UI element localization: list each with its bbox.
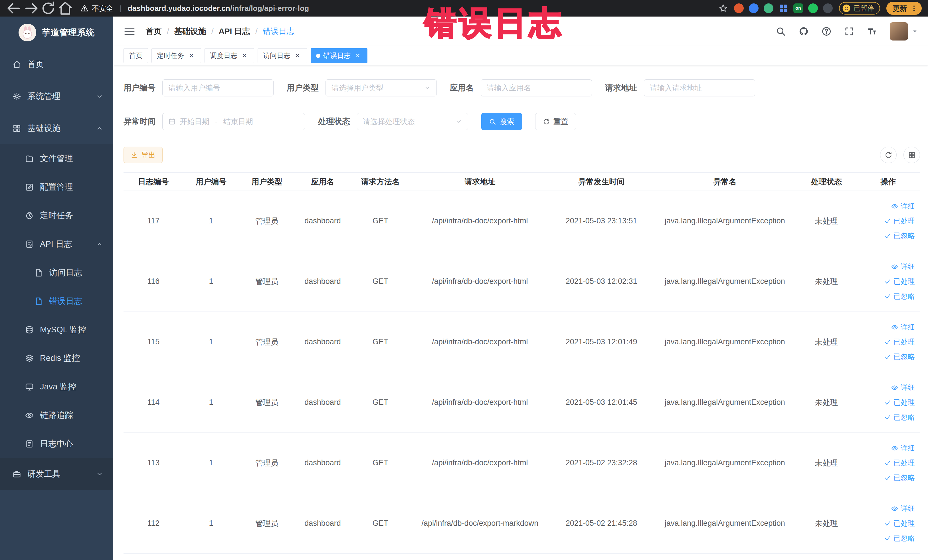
sidebar-item[interactable]: 访问日志 [0,258,113,287]
action-label: 详细 [901,504,915,513]
cell-user_id: 1 [183,251,239,312]
processed-link[interactable]: 已处理 [856,516,915,531]
app-name-label: 应用名 [450,82,474,93]
leaf-extension-icon[interactable] [808,3,818,13]
grid-extension-icon[interactable] [778,3,788,13]
tab-item[interactable]: 定时任务× [151,48,201,63]
sidebar-item-label: 定时任务 [40,210,73,221]
url-path: /infra/log/api-error-log [230,4,309,12]
tab-item[interactable]: 错误日志× [311,48,368,63]
cell-exception: java.lang.IllegalArgumentException [653,493,797,554]
detail-link[interactable]: 详细 [856,501,915,516]
reset-button[interactable]: 重置 [535,113,576,130]
cell-id: 112 [124,493,183,554]
close-icon[interactable]: × [353,51,362,60]
processed-link[interactable]: 已处理 [856,456,915,470]
request-url-input[interactable] [644,79,755,96]
document-icon [34,269,43,277]
vue-extension-icon[interactable] [764,3,773,13]
tab-item[interactable]: 访问日志× [258,48,307,63]
reload-icon[interactable] [41,2,56,15]
sidebar-item[interactable]: 文件管理 [0,144,113,173]
sidebar-item[interactable]: 基础设施 [0,112,113,144]
ignored-link[interactable]: 已忽略 [856,470,915,485]
sidebar-item[interactable]: Java 监控 [0,372,113,401]
address-url[interactable]: dashboard.yudao.iocoder.cn/infra/log/api… [128,4,309,13]
shield-extension-icon[interactable] [734,3,744,13]
question-icon[interactable] [821,26,832,37]
tab-item[interactable]: 调度日志× [205,48,254,63]
bookmark-star-icon[interactable] [719,4,728,13]
font-size-icon[interactable] [867,26,877,37]
search-button[interactable]: 搜索 [481,113,522,130]
security-indicator[interactable]: 不安全 [81,4,113,13]
sidebar-item[interactable]: 错误日志 [0,287,113,316]
close-icon[interactable]: × [240,51,249,60]
ignored-link[interactable]: 已忽略 [856,410,915,425]
sidebar-item[interactable]: 日志中心 [0,430,113,458]
app-logo[interactable]: 芋道管理系统 [0,17,113,49]
hamburger-icon[interactable] [124,25,136,37]
page-content: 用户编号 用户类型 请选择用户类型 应用名 请求地址 [113,65,928,560]
user-menu[interactable] [890,22,918,41]
close-icon[interactable]: × [187,51,196,60]
user-type-select[interactable]: 请选择用户类型 [325,79,437,96]
detail-link[interactable]: 详细 [856,441,915,456]
action-label: 已忽略 [893,473,915,482]
github-icon[interactable] [798,26,809,37]
sidebar-item[interactable]: 研发工具 [0,458,113,490]
cell-id: 114 [124,372,183,433]
user-id-input[interactable] [162,79,273,96]
app-name-input[interactable] [481,79,592,96]
sidebar-item[interactable]: 首页 [0,49,113,81]
forward-icon[interactable] [23,2,39,15]
tab-item[interactable]: 首页 [124,48,148,63]
drop-extension-icon[interactable] [749,3,759,13]
date-range-picker[interactable]: 开始日期 - 结束日期 [162,113,305,130]
sidebar-item[interactable]: API 日志 [0,230,113,258]
paused-badge[interactable]: 已暂停 [839,2,880,15]
sidebar-item[interactable]: 系统管理 [0,81,113,112]
on-extension-icon[interactable]: on [793,3,803,13]
avatar[interactable] [890,22,908,41]
sidebar-item-label: 访问日志 [49,267,82,278]
sidebar-item[interactable]: Redis 监控 [0,344,113,372]
detail-link[interactable]: 详细 [856,199,915,214]
cell-method: GET [351,251,410,312]
cell-status: 未处理 [797,251,856,312]
sidebar-item[interactable]: 定时任务 [0,201,113,230]
ignored-link[interactable]: 已忽略 [856,349,915,364]
cell-user_type: 管理员 [239,312,295,372]
cell-status: 未处理 [797,493,856,554]
browser-home-icon[interactable] [58,2,73,15]
ignored-link[interactable]: 已忽略 [856,229,915,243]
refresh-table-button[interactable] [880,146,897,163]
kebab-menu-icon[interactable] [910,5,918,12]
breadcrumb-item[interactable]: 首页 [146,26,162,37]
ignored-link[interactable]: 已忽略 [856,531,915,546]
detail-link[interactable]: 详细 [856,259,915,274]
search-icon[interactable] [776,26,786,37]
processed-link[interactable]: 已处理 [856,395,915,410]
browser-right-cluster: on 已暂停 更新 [719,2,922,15]
ignored-link[interactable]: 已忽略 [856,289,915,304]
fullscreen-icon[interactable] [844,26,855,37]
column-settings-button[interactable] [904,146,920,163]
sidebar-item[interactable]: MySQL 监控 [0,316,113,344]
chevron-up-icon [96,125,103,132]
update-button[interactable]: 更新 [886,2,922,15]
detail-link[interactable]: 详细 [856,320,915,335]
sidebar-item[interactable]: 配置管理 [0,173,113,201]
processed-link[interactable]: 已处理 [856,335,915,349]
export-button[interactable]: 导出 [124,146,163,163]
breadcrumb-item[interactable]: API 日志 [219,26,250,37]
paw-extension-icon[interactable] [823,3,833,13]
process-status-select[interactable]: 请选择处理状态 [357,113,468,130]
processed-link[interactable]: 已处理 [856,214,915,229]
close-icon[interactable]: × [293,51,302,60]
processed-link[interactable]: 已处理 [856,274,915,289]
back-icon[interactable] [6,2,22,15]
breadcrumb-item[interactable]: 基础设施 [174,26,206,37]
sidebar-item[interactable]: 链路追踪 [0,401,113,430]
detail-link[interactable]: 详细 [856,380,915,395]
